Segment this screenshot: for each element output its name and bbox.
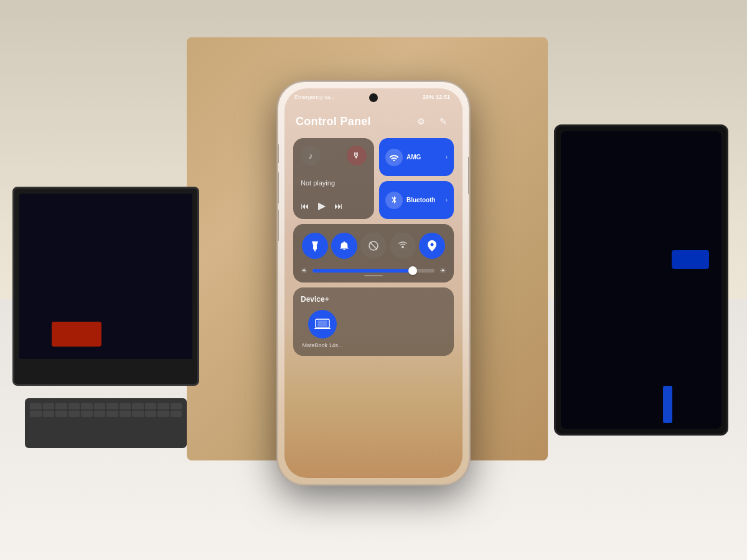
usb-drive [663, 386, 672, 423]
brightness-low-icon: ☀ [301, 266, 308, 275]
hotspot-toggle[interactable] [390, 233, 416, 259]
brightness-row: ☀ ☀ [301, 266, 446, 275]
monitor-left-screen [19, 194, 192, 359]
wifi-info: AMG [406, 154, 442, 161]
control-panel: Control Panel ⚙ ✎ ♪ 🎙 [284, 106, 463, 478]
time-display: 12:51 [436, 94, 450, 100]
control-panel-title: Control Panel [296, 115, 371, 128]
previous-button[interactable]: ⏮ [301, 201, 309, 211]
wifi-button[interactable]: AMG › [379, 138, 454, 176]
monitor-left-red-element [52, 322, 101, 347]
top-row: ♪ 🎙 Not playing ⏮ ▶ ⏭ [293, 138, 454, 219]
scene: Emergency ca... 29% 12:51 Control Panel … [0, 0, 747, 560]
toggles-row [301, 233, 446, 259]
wifi-label: AMG [406, 154, 442, 161]
toggles-card: ☀ ☀ [293, 224, 454, 282]
wifi-arrow: › [446, 154, 448, 161]
bluetooth-arrow: › [446, 197, 448, 203]
monitor-right-blue-element [672, 250, 709, 269]
media-controls: ⏮ ▶ ⏭ [301, 200, 367, 212]
battery-percent: 29% [423, 94, 434, 100]
dnd-toggle[interactable] [360, 233, 387, 259]
bluetooth-button[interactable]: Bluetooth › [379, 181, 454, 219]
monitor-left [12, 187, 199, 386]
edit-icon[interactable]: ✎ [435, 113, 451, 129]
device-name-label: MateBook 14s... [302, 342, 342, 348]
device-plus-title: Device+ [301, 295, 446, 304]
laptop-icon [308, 310, 337, 338]
flashlight-toggle[interactable] [302, 233, 328, 259]
play-button[interactable]: ▶ [318, 200, 326, 212]
keyboard [25, 398, 187, 448]
phone: Emergency ca... 29% 12:51 Control Panel … [277, 81, 470, 485]
power-button[interactable] [468, 157, 470, 194]
monitor-right-screen [561, 131, 721, 429]
front-camera [369, 93, 378, 102]
svg-line-4 [370, 242, 377, 250]
music-icon: ♪ [301, 146, 321, 166]
next-button[interactable]: ⏭ [334, 201, 343, 211]
phone-container: Emergency ca... 29% 12:51 Control Panel … [277, 81, 470, 485]
emergency-text: Emergency ca... [294, 94, 335, 100]
wifi-icon [385, 149, 403, 166]
svg-rect-2 [314, 250, 316, 251]
media-top: ♪ 🎙 [301, 146, 367, 166]
monitor-right [554, 124, 728, 436]
media-card[interactable]: ♪ 🎙 Not playing ⏮ ▶ ⏭ [293, 138, 374, 219]
device-item[interactable]: MateBook 14s... [301, 310, 344, 348]
volume-up-button[interactable] [277, 172, 279, 203]
brightness-high-icon: ☀ [439, 266, 446, 275]
bluetooth-icon [385, 192, 403, 209]
settings-icon[interactable]: ⚙ [413, 113, 429, 129]
device-plus-card: Device+ MateBook 14s... [293, 287, 454, 356]
not-playing-label: Not playing [301, 179, 367, 187]
svg-rect-9 [314, 328, 331, 329]
brightness-fill [312, 269, 413, 273]
phone-screen: Emergency ca... 29% 12:51 Control Panel … [284, 88, 463, 478]
svg-rect-0 [313, 245, 317, 250]
mic-icon[interactable]: 🎙 [347, 146, 367, 166]
control-panel-header: Control Panel ⚙ ✎ [293, 111, 454, 133]
bluetooth-label: Bluetooth [406, 197, 442, 203]
bluetooth-info: Bluetooth [406, 197, 442, 203]
svg-point-6 [430, 243, 433, 246]
status-right: 29% 12:51 [423, 94, 450, 100]
svg-marker-1 [312, 241, 318, 245]
svg-point-5 [402, 246, 404, 248]
notifications-toggle[interactable] [331, 233, 357, 259]
svg-rect-8 [317, 320, 327, 327]
brightness-thumb[interactable] [408, 266, 417, 275]
location-toggle[interactable] [419, 233, 445, 259]
header-icons: ⚙ ✎ [413, 113, 451, 129]
connectivity-column: AMG › [379, 138, 454, 219]
brightness-track[interactable] [312, 269, 435, 273]
brightness-handle-indicator [364, 275, 383, 276]
silent-button[interactable] [277, 144, 279, 163]
volume-down-button[interactable] [277, 210, 279, 241]
